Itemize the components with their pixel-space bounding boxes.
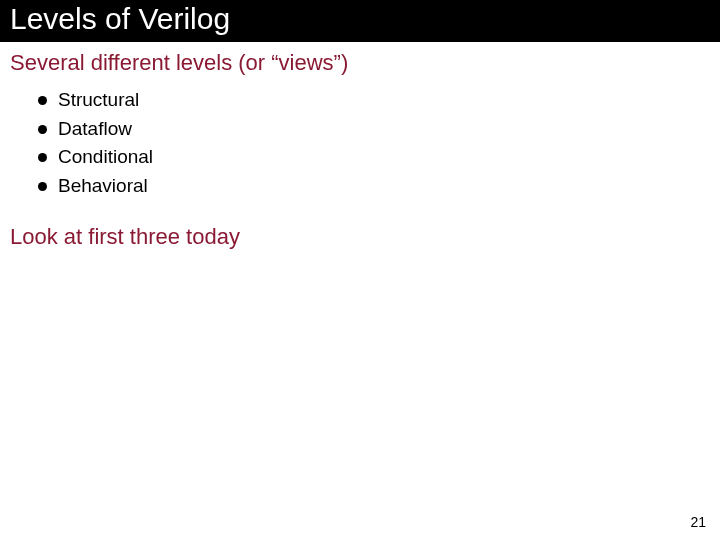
subheading-today: Look at first three today	[10, 224, 706, 250]
list-item: Behavioral	[38, 172, 706, 201]
bullet-list: Structural Dataflow Conditional Behavior…	[10, 86, 706, 200]
bullet-label: Structural	[58, 89, 139, 110]
slide-title-bar: Levels of Verilog	[0, 0, 720, 42]
slide-content: Several different levels (or “views”) St…	[0, 42, 720, 250]
list-item: Conditional	[38, 143, 706, 172]
list-item: Structural	[38, 86, 706, 115]
subheading-levels: Several different levels (or “views”)	[10, 50, 706, 76]
bullet-label: Dataflow	[58, 118, 132, 139]
bullet-label: Conditional	[58, 146, 153, 167]
page-number: 21	[690, 514, 706, 530]
bullet-label: Behavioral	[58, 175, 148, 196]
slide-title: Levels of Verilog	[10, 2, 230, 35]
list-item: Dataflow	[38, 115, 706, 144]
